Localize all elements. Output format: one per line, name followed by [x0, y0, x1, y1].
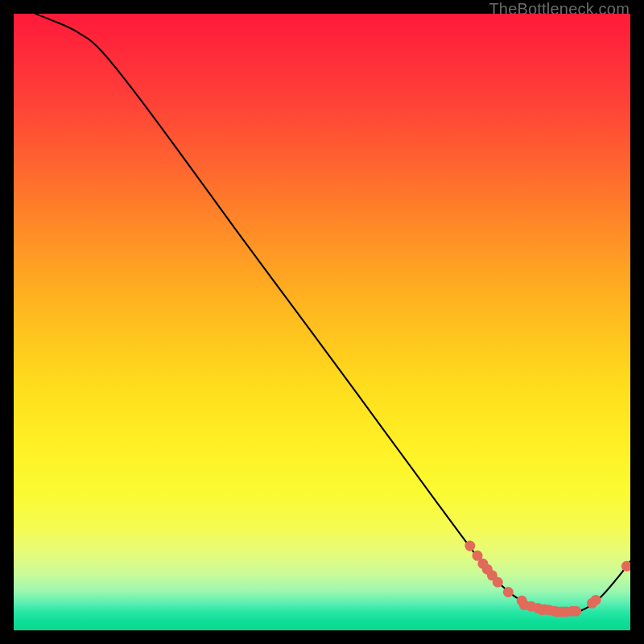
marker-dot — [503, 587, 514, 597]
marker-dot — [591, 595, 601, 605]
marker-dots — [464, 541, 630, 617]
marker-dot — [571, 606, 581, 617]
marker-dot — [464, 541, 475, 551]
marker-dot — [493, 577, 503, 588]
chart-stage: TheBottleneck.com — [0, 0, 644, 644]
marker-dot — [621, 561, 630, 572]
chart-svg — [14, 14, 630, 630]
curve-line — [35, 14, 630, 612]
plot-area — [14, 14, 630, 630]
